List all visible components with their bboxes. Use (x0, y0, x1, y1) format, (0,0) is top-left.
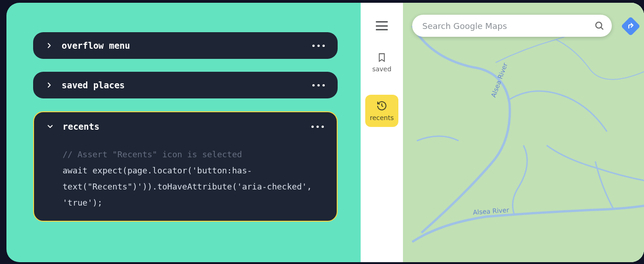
step-saved-places[interactable]: saved places (33, 72, 338, 98)
history-icon (376, 100, 387, 111)
sidebar-label: recents (370, 114, 394, 121)
step-title: overflow menu (62, 40, 305, 51)
search-bar[interactable]: Search Google Maps (412, 15, 612, 37)
sidebar-recents-button[interactable]: recents (365, 95, 398, 127)
search-placeholder: Search Google Maps (422, 21, 594, 31)
directions-icon (621, 17, 640, 36)
code-comment: // Assert "Recents" icon is selected (63, 146, 324, 162)
step-title: recents (63, 121, 304, 132)
svg-line-2 (601, 27, 603, 29)
more-icon[interactable] (312, 45, 325, 47)
step-overflow-menu[interactable]: overflow menu (33, 32, 338, 59)
chevron-down-icon (45, 121, 55, 132)
maps-preview: saved recents (361, 3, 644, 262)
step-code: // Assert "Recents" icon is selected awa… (63, 146, 324, 211)
directions-button[interactable] (621, 17, 640, 36)
map-terrain (403, 3, 644, 262)
test-steps-panel: overflow menu saved places recents // As… (6, 3, 361, 262)
map-canvas[interactable]: Alsea River Alsea River Search Google Ma… (403, 3, 644, 262)
more-icon[interactable] (312, 84, 325, 86)
more-icon[interactable] (311, 126, 324, 128)
chevron-right-icon (44, 40, 54, 51)
svg-rect-3 (621, 17, 640, 36)
code-line: await expect(page.locator('button:has-te… (63, 162, 324, 211)
sidebar-saved-button[interactable]: saved (365, 47, 398, 78)
svg-rect-0 (403, 3, 644, 262)
svg-point-1 (596, 22, 602, 28)
bookmark-icon (377, 52, 387, 63)
step-title: saved places (62, 80, 305, 90)
sidebar-label: saved (372, 65, 391, 73)
hamburger-icon[interactable] (376, 21, 388, 30)
chevron-right-icon (44, 80, 54, 90)
search-icon[interactable] (594, 21, 604, 31)
step-header: recents (45, 121, 324, 132)
app-frame: overflow menu saved places recents // As… (6, 3, 644, 262)
maps-sidebar: saved recents (361, 3, 403, 262)
step-recents[interactable]: recents // Assert "Recents" icon is sele… (33, 111, 338, 222)
